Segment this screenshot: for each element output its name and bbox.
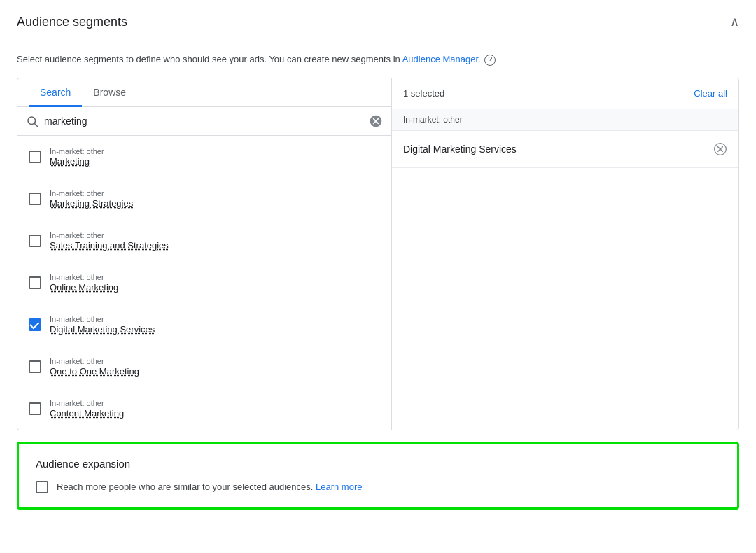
- expansion-label: Reach more people who are similar to you…: [57, 482, 362, 492]
- item-name: Content Marketing: [50, 408, 124, 419]
- item-text-5: In-market: other Digital Marketing Servi…: [50, 315, 155, 335]
- selected-item-name: Digital Marketing Services: [403, 144, 517, 155]
- search-icon: [26, 115, 38, 127]
- main-panel: Search Browse: [17, 78, 739, 430]
- page-title: Audience segments: [17, 15, 127, 29]
- expansion-title: Audience expansion: [36, 458, 720, 470]
- checkbox-7[interactable]: [29, 402, 41, 415]
- expansion-checkbox[interactable]: [36, 481, 48, 493]
- item-name: Sales Training and Strategies: [50, 240, 169, 251]
- checkbox-5[interactable]: [29, 318, 41, 331]
- item-text-2: In-market: other Marketing Strategies: [50, 189, 133, 209]
- tab-browse[interactable]: Browse: [82, 78, 137, 107]
- svg-line-1: [34, 123, 37, 126]
- item-text-1: In-market: other Marketing: [50, 147, 104, 167]
- checkbox-unchecked[interactable]: [29, 150, 41, 163]
- item-text-7: In-market: other Content Marketing: [50, 399, 124, 419]
- list-item[interactable]: In-market: other Marketing: [18, 136, 391, 178]
- remove-icon: [713, 142, 727, 156]
- tabs-container: Search Browse: [18, 78, 391, 107]
- right-panel-header: 1 selected Clear all: [392, 78, 738, 109]
- selected-count: 1 selected: [403, 88, 444, 99]
- help-icon[interactable]: ?: [484, 55, 496, 66]
- item-category: In-market: other: [50, 273, 118, 281]
- list-item[interactable]: In-market: other Sales Training and Stra…: [18, 220, 391, 262]
- checkbox-6[interactable]: [29, 360, 41, 373]
- checkbox-unchecked[interactable]: [29, 276, 41, 289]
- item-category: In-market: other: [50, 231, 169, 239]
- checkbox-unchecked[interactable]: [29, 360, 41, 373]
- clear-all-button[interactable]: Clear all: [694, 88, 727, 99]
- checkbox-2[interactable]: [29, 192, 41, 205]
- item-name: Digital Marketing Services: [50, 324, 155, 335]
- item-category: In-market: other: [50, 399, 124, 407]
- checkbox-unchecked[interactable]: [29, 234, 41, 247]
- checkbox-4[interactable]: [29, 276, 41, 289]
- search-input-wrapper: [26, 115, 363, 127]
- clear-search-icon: [369, 114, 383, 128]
- page-header: Audience segments ∧: [17, 14, 739, 41]
- selected-item: Digital Marketing Services: [392, 131, 738, 168]
- collapse-icon[interactable]: ∧: [730, 14, 739, 29]
- remove-item-button[interactable]: [713, 142, 727, 156]
- left-panel: Search Browse: [18, 78, 392, 430]
- checkbox-checked[interactable]: [29, 318, 41, 331]
- description-text: Select audience segments to define who s…: [17, 54, 400, 64]
- expansion-option[interactable]: Reach more people who are similar to you…: [36, 481, 720, 493]
- list-item[interactable]: In-market: other Digital Marketing Servi…: [18, 304, 391, 346]
- item-name: One to One Marketing: [50, 366, 139, 377]
- checkbox-unchecked[interactable]: [29, 192, 41, 205]
- expansion-option-text: Reach more people who are similar to you…: [57, 482, 313, 492]
- right-group-header: In-market: other: [392, 109, 738, 131]
- audience-expansion-section: Audience expansion Reach more people who…: [17, 442, 739, 510]
- item-category: In-market: other: [50, 147, 104, 155]
- list-item[interactable]: In-market: other Online Marketing: [18, 262, 391, 304]
- tab-search[interactable]: Search: [29, 78, 82, 107]
- item-name: Marketing: [50, 156, 104, 167]
- item-text-3: In-market: other Sales Training and Stra…: [50, 231, 169, 251]
- list-item[interactable]: In-market: other One to One Marketing: [18, 346, 391, 388]
- item-category: In-market: other: [50, 189, 133, 197]
- item-text-6: In-market: other One to One Marketing: [50, 357, 139, 377]
- search-results-list: In-market: other Marketing In-market: ot…: [18, 136, 391, 430]
- checkbox-1[interactable]: [29, 150, 41, 163]
- search-box: [18, 107, 391, 136]
- checkbox-unchecked[interactable]: [29, 402, 41, 415]
- list-item[interactable]: In-market: other Marketing Strategies: [18, 178, 391, 220]
- description: Select audience segments to define who s…: [17, 52, 739, 66]
- list-item[interactable]: In-market: other Content Marketing: [18, 388, 391, 430]
- right-panel: 1 selected Clear all In-market: other Di…: [392, 78, 738, 430]
- item-name: Online Marketing: [50, 282, 118, 293]
- selected-items-container: In-market: other Digital Marketing Servi…: [392, 109, 738, 430]
- learn-more-link[interactable]: Learn more: [316, 482, 362, 492]
- clear-search-button[interactable]: [369, 114, 383, 128]
- item-category: In-market: other: [50, 315, 155, 323]
- item-category: In-market: other: [50, 357, 139, 365]
- item-name: Marketing Strategies: [50, 198, 133, 209]
- checkbox-3[interactable]: [29, 234, 41, 247]
- search-input[interactable]: [44, 115, 363, 127]
- item-text-4: In-market: other Online Marketing: [50, 273, 118, 293]
- audience-manager-link[interactable]: Audience Manager.: [402, 54, 481, 64]
